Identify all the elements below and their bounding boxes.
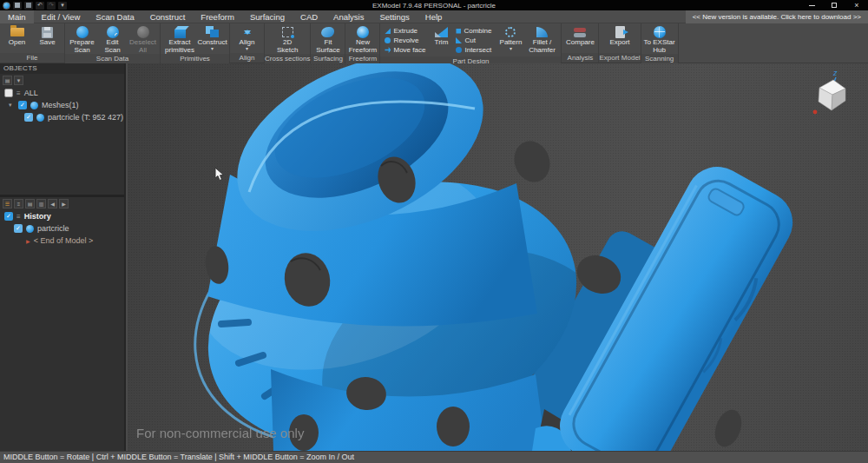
close-button[interactable]: ×: [845, 0, 868, 10]
history-list-icon[interactable]: ☰: [3, 199, 12, 208]
viewport-3d[interactable]: z For non-commercial use only: [128, 63, 868, 451]
open-button[interactable]: Open: [3, 24, 31, 53]
undo-icon[interactable]: ↶: [36, 2, 44, 10]
align-arrows-icon: [242, 26, 253, 38]
history-tree: ✓ ≡ History ✓ partcricle ▶ < End of Mode…: [0, 210, 124, 247]
extract-primitives-button[interactable]: Extract primitives: [163, 24, 196, 54]
tree-item-history[interactable]: ✓ ≡ History: [0, 210, 124, 222]
history-icon: ≡: [16, 213, 21, 221]
update-notification[interactable]: << New version is available. Click here …: [686, 10, 868, 23]
quick-access-toolbar: ↶ ↷ ▾: [0, 2, 67, 10]
partcricle-checkbox[interactable]: ✓: [24, 113, 33, 122]
move-face-button[interactable]: Move face: [383, 45, 428, 55]
tree-item-history-partcricle[interactable]: ✓ partcricle: [0, 222, 124, 235]
cut-icon: [456, 37, 462, 43]
new-freeform-button[interactable]: New Freeform: [348, 24, 377, 54]
history-view-b-icon[interactable]: ▥: [36, 199, 46, 208]
prepare-scan-button[interactable]: Prepare Scan: [68, 24, 96, 54]
minimize-button[interactable]: [800, 0, 823, 10]
history-first-icon[interactable]: ◀: [48, 199, 57, 208]
save-quick-icon[interactable]: [13, 2, 22, 10]
fillet-chamfer-button[interactable]: Fillet / Chamfer: [525, 24, 558, 56]
tree-item-end-of-model[interactable]: ▶ < End of Model >: [0, 235, 124, 247]
intersect-button[interactable]: Intersect: [454, 45, 496, 55]
export-icon: [615, 26, 625, 38]
tree-item-meshes[interactable]: ▾ ✓ Meshes(1): [0, 99, 124, 111]
export-button[interactable]: Export: [602, 24, 637, 53]
to-exstar-hub-button[interactable]: To EXStar Hub: [644, 24, 675, 54]
menu-help[interactable]: Help: [418, 10, 450, 23]
group-label-scanning: Scanning: [641, 54, 678, 63]
meshes-expander-icon[interactable]: ▾: [9, 102, 15, 109]
objects-filter-icon[interactable]: ▼: [14, 76, 23, 85]
menu-cad[interactable]: CAD: [293, 10, 326, 23]
deselect-all-button[interactable]: Deselect All: [128, 24, 157, 54]
history-label: History: [24, 212, 51, 221]
customize-toolbar-icon[interactable]: ▾: [58, 2, 67, 10]
history-partcricle-checkbox[interactable]: ✓: [14, 224, 23, 233]
group-label-export-model: Export Model: [599, 53, 640, 63]
ribbon-group-export-model: Export Export Model: [599, 23, 641, 63]
partcricle-sphere-icon: [36, 114, 44, 122]
objects-expand-icon[interactable]: ▤: [3, 76, 12, 85]
2d-sketch-button[interactable]: 2D Sketch: [273, 24, 302, 54]
history-partcricle-icon: [26, 225, 34, 233]
menu-edit-view[interactable]: Edit / View: [34, 10, 89, 23]
save-all-quick-icon[interactable]: [24, 2, 33, 10]
tree-item-partcricle[interactable]: ✓ partcricle (T: 952 427): [0, 111, 124, 123]
model-canvas[interactable]: [128, 63, 868, 451]
combine-button[interactable]: Combine: [454, 26, 496, 36]
meshes-checkbox[interactable]: ✓: [18, 101, 27, 109]
mouse-cursor: [214, 168, 227, 182]
maximize-button[interactable]: [823, 0, 845, 10]
trim-button[interactable]: Trim: [430, 24, 452, 56]
menu-scan-data[interactable]: Scan Data: [88, 10, 141, 23]
construct-button[interactable]: Construct ▾: [198, 24, 227, 54]
tree-item-all[interactable]: ≡ ALL: [0, 87, 124, 99]
redo-icon[interactable]: ↷: [47, 2, 56, 10]
pattern-button[interactable]: Pattern ▾: [497, 24, 523, 56]
objects-panel-title: OBJECTS: [0, 63, 124, 74]
history-checkbox[interactable]: ✓: [4, 212, 13, 221]
align-button[interactable]: Align ▾: [233, 24, 261, 53]
group-label-primitives: Primitives: [161, 54, 229, 63]
all-label: ALL: [24, 89, 38, 97]
pattern-dropdown-icon[interactable]: ▾: [510, 47, 512, 50]
end-of-model-icon: ▶: [26, 238, 30, 244]
revolve-button[interactable]: Revolve: [383, 36, 428, 45]
align-dropdown-icon[interactable]: ▾: [246, 47, 248, 50]
left-panel: OBJECTS ▤ ▼ ≡ ALL ▾ ✓ Meshes(1) ✓: [0, 63, 126, 451]
sketch-icon: [282, 27, 293, 37]
ribbon-group-surfacing: Fit Surface Surfacing: [311, 23, 345, 63]
save-button[interactable]: Save: [33, 24, 62, 53]
app-logo-icon[interactable]: [3, 2, 10, 10]
cubes-icon: [206, 26, 220, 38]
fit-surface-button[interactable]: Fit Surface: [313, 24, 342, 54]
menu-settings[interactable]: Settings: [372, 10, 417, 23]
combine-icon: [456, 29, 461, 34]
extrude-button[interactable]: Extrude: [383, 26, 428, 36]
menu-analysis[interactable]: Analysis: [326, 10, 372, 23]
edit-scan-button[interactable]: Edit Scan: [98, 24, 127, 54]
menu-surfacing[interactable]: Surfacing: [242, 10, 293, 23]
ribbon: Open Save File Prepare Scan Edit Scan: [0, 23, 868, 63]
menu-construct[interactable]: Construct: [142, 10, 194, 23]
history-view-a-icon[interactable]: ▤: [25, 199, 35, 208]
cut-button[interactable]: Cut: [454, 36, 496, 45]
prepare-scan-icon: [76, 26, 89, 38]
construct-dropdown-icon[interactable]: ▾: [211, 47, 214, 50]
menu-freeform[interactable]: Freeform: [193, 10, 242, 23]
history-last-icon[interactable]: ▶: [59, 199, 69, 208]
deselect-all-icon: [137, 26, 149, 38]
ribbon-group-freeform: New Freeform Freeform: [345, 23, 380, 63]
statusbar-hint: MIDDLE Button = Rotate | Ctrl + MIDDLE B…: [3, 453, 354, 461]
view-cube[interactable]: z: [807, 67, 856, 121]
statusbar: MIDDLE Button = Rotate | Ctrl + MIDDLE B…: [0, 451, 868, 463]
ribbon-group-align: Align ▾ Align: [230, 23, 265, 63]
menubar: Main Edit / View Scan Data Construct Fre…: [0, 10, 868, 23]
compare-button[interactable]: Compare: [564, 24, 595, 53]
all-checkbox[interactable]: [4, 89, 13, 97]
mesh-sphere-icon: [30, 102, 38, 109]
history-tree-icon[interactable]: ≡: [14, 199, 23, 208]
menu-main[interactable]: Main: [0, 10, 34, 23]
